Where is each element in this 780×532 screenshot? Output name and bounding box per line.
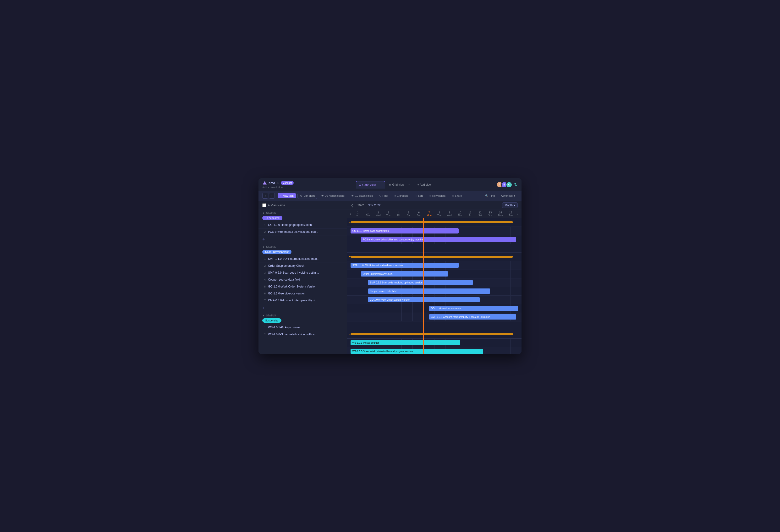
gantt-group-collapse-icon[interactable]: ▼ bbox=[349, 256, 351, 258]
gantt-task-row[interactable]: WS-1.0.1-Pickup counter bbox=[347, 339, 522, 347]
hidden-fields-button[interactable]: 👁 10 hidden field(s) bbox=[319, 193, 347, 198]
plan-name-column-header: A Plan Name bbox=[268, 204, 285, 207]
advanced-button[interactable]: Advanced ▾ bbox=[498, 193, 518, 199]
status-header-to-be-tested: ▼ Status bbox=[258, 210, 347, 215]
gantt-task-row[interactable]: Coupon source data field bbox=[347, 287, 522, 296]
gantt-bar[interactable]: SMP-1.1.0-BOH internationalized menu ver… bbox=[350, 263, 459, 268]
group-toggle-to-be-tested[interactable]: ▼ bbox=[262, 212, 265, 214]
task-num: 4 bbox=[262, 278, 266, 281]
gantt-grid-line bbox=[500, 270, 500, 278]
gantt-group-collapse-icon[interactable]: ▼ bbox=[349, 221, 351, 224]
filter-button[interactable]: ▽ Filter bbox=[377, 193, 390, 199]
gantt-right-nav[interactable]: › bbox=[516, 212, 520, 216]
tab-grid[interactable]: ⊞ Grid view ⋯ bbox=[386, 181, 414, 188]
gantt-grid-line bbox=[478, 227, 478, 235]
task-row[interactable]: 1 WS-1.0.1-Pickup counter bbox=[258, 324, 347, 331]
task-row[interactable]: 5 GO-1.0.0-Work Order System Version bbox=[258, 283, 347, 290]
graphic-field-button[interactable]: 👁 10 graphic field bbox=[349, 193, 376, 198]
gantt-bar[interactable]: GO-1.1.0-service-pos version bbox=[429, 306, 518, 311]
date-day: Mon bbox=[495, 214, 506, 217]
add-view-button[interactable]: + Add view bbox=[415, 181, 434, 188]
gantt-bar[interactable]: POS environmental activities and coupons… bbox=[361, 237, 516, 242]
today-line bbox=[423, 313, 424, 321]
gantt-grid-line bbox=[467, 261, 467, 270]
gantt-task-row[interactable]: GO-1.1.0-service-pos version bbox=[347, 304, 522, 313]
gantt-task-row[interactable]: Order Supplementary Check bbox=[347, 270, 522, 278]
add-task-to-be-tested[interactable]: + bbox=[258, 235, 347, 244]
nav-back-button[interactable]: ‹ bbox=[262, 193, 268, 199]
gantt-bar[interactable]: WS-1.0.0-Smart retail cabinet with small… bbox=[350, 349, 483, 354]
date-column: 11Fri bbox=[465, 210, 475, 218]
gantt-bar[interactable]: Order Supplementary Check bbox=[361, 271, 448, 276]
gantt-bar[interactable]: GO-1.2.0-Home page optimization bbox=[350, 228, 459, 233]
task-num: 1 bbox=[262, 223, 266, 226]
task-row[interactable]: 4 Coupon source data field bbox=[258, 276, 347, 283]
gantt-task-row[interactable]: SMP-1.1.0-BOH internationalized menu ver… bbox=[347, 261, 522, 270]
task-name: SMP-0.5.9-Scan code invoicing optimi... bbox=[268, 271, 343, 274]
gantt-tab-menu[interactable]: ⋯ bbox=[377, 183, 382, 187]
view-selector[interactable]: Month ▾ bbox=[502, 202, 518, 208]
share-icon: ◁ bbox=[452, 194, 454, 198]
gantt-prev-button[interactable]: ❮ bbox=[351, 203, 354, 207]
avatar-3: C bbox=[506, 181, 512, 188]
date-day: Wed bbox=[373, 214, 383, 217]
edit-chart-button[interactable]: ⚙ Edit chart bbox=[297, 193, 317, 199]
badge-suspended[interactable]: Suspended bbox=[262, 318, 282, 323]
task-name: CMP-0.3.0-Account interoperability + ... bbox=[268, 299, 343, 302]
badge-under-dev[interactable]: Under Development bbox=[262, 250, 291, 254]
task-name: GO-1.2.0-Home page optimization bbox=[268, 223, 343, 226]
share-button[interactable]: ◁ Share bbox=[449, 193, 464, 199]
gantt-bar[interactable]: Coupon source data field bbox=[368, 288, 490, 294]
gantt-task-row[interactable]: GO-1.2.0-Home page optimization bbox=[347, 227, 522, 235]
date-day: Tue bbox=[505, 214, 516, 217]
find-button[interactable]: 🔍 Find bbox=[483, 193, 497, 199]
date-number: 4 bbox=[394, 211, 404, 214]
badge-to-be-tested[interactable]: To be tested bbox=[262, 216, 282, 220]
task-row[interactable]: 2 POS environmental activities and cou..… bbox=[258, 228, 347, 235]
nav-forward-button[interactable]: › bbox=[269, 193, 275, 199]
gantt-group-collapse-icon[interactable]: ▼ bbox=[349, 333, 351, 335]
gantt-bar[interactable]: SMP-0.5.9-Scan code invoicing optimized … bbox=[368, 280, 473, 285]
gantt-bar[interactable]: CMP-0.3.0-Account interoperability + acc… bbox=[429, 314, 516, 320]
task-row[interactable]: 3 SMP-0.5.9-Scan code invoicing optimi..… bbox=[258, 269, 347, 276]
tab-gantt[interactable]: ☰ Gantt view ⋯ bbox=[356, 181, 385, 189]
add-task-under-dev[interactable]: + bbox=[258, 304, 347, 312]
group-toggle-under-dev[interactable]: ▼ bbox=[262, 246, 265, 248]
group-button[interactable]: ≡ 1 group(s) bbox=[392, 193, 412, 198]
task-row[interactable]: 1 GO-1.2.0-Home page optimization bbox=[258, 221, 347, 228]
gantt-task-row[interactable]: SMP-0.5.9-Scan code invoicing optimized … bbox=[347, 278, 522, 287]
gantt-tab-icon: ☰ bbox=[359, 183, 361, 187]
gantt-bar[interactable]: GO-1.0.0-Work Order System Version bbox=[368, 297, 480, 302]
task-row[interactable]: 6 GO-1.1.0-service-pos version bbox=[258, 290, 347, 297]
refresh-icon[interactable]: ↻ bbox=[514, 182, 518, 188]
gantt-task-row[interactable]: CMP-0.3.0-Account interoperability + acc… bbox=[347, 313, 522, 321]
toolbar: ‹ › + New task ⚙ Edit chart 👁 10 hidden … bbox=[258, 191, 522, 201]
group-toggle-suspended[interactable]: ▼ bbox=[262, 314, 265, 317]
header-top: pmo ☆ Manager Add a description ☰ Gantt … bbox=[262, 181, 518, 189]
gantt-task-row[interactable]: WS-1.0.0-Smart retail cabinet with small… bbox=[347, 347, 522, 354]
task-row[interactable]: 2 WS-1.0.0-Smart retail cabinet with sm.… bbox=[258, 331, 347, 338]
task-num: 2 bbox=[262, 230, 266, 233]
gantt-task-row[interactable]: GO-1.0.0-Work Order System Version bbox=[347, 296, 522, 304]
date-column: 1Tue bbox=[363, 210, 373, 218]
select-all-checkbox[interactable] bbox=[262, 203, 266, 207]
row-height-button[interactable]: ⇕ Row height bbox=[427, 193, 448, 199]
gantt-group-bar bbox=[350, 333, 513, 335]
gantt-grid-line bbox=[489, 261, 489, 270]
new-task-button[interactable]: + New task bbox=[278, 193, 296, 198]
gantt-year: 2022 bbox=[357, 204, 364, 207]
star-icon[interactable]: ☆ bbox=[277, 181, 279, 185]
date-day: on bbox=[353, 214, 363, 217]
sort-button[interactable]: ↕ Sort bbox=[413, 193, 425, 198]
gantt-left-nav[interactable]: ‹ bbox=[349, 212, 353, 216]
plan-name-icon: A bbox=[268, 204, 270, 207]
gantt-task-row[interactable]: POS environmental activities and coupons… bbox=[347, 235, 522, 244]
task-row[interactable]: 7 CMP-0.3.0-Account interoperability + .… bbox=[258, 297, 347, 304]
gantt-bar[interactable]: WS-1.0.1-Pickup counter bbox=[350, 340, 460, 345]
grid-tab-menu[interactable]: ⋯ bbox=[405, 183, 411, 187]
task-row[interactable]: 2 Order Supplementary Check bbox=[258, 262, 347, 269]
gantt-group-header: ▼ bbox=[347, 218, 522, 227]
date-column: 2Wed bbox=[373, 210, 383, 218]
gantt-grid-line bbox=[412, 313, 413, 321]
task-row[interactable]: 1 SMP-1.1.0-BOH internationalized men... bbox=[258, 256, 347, 262]
